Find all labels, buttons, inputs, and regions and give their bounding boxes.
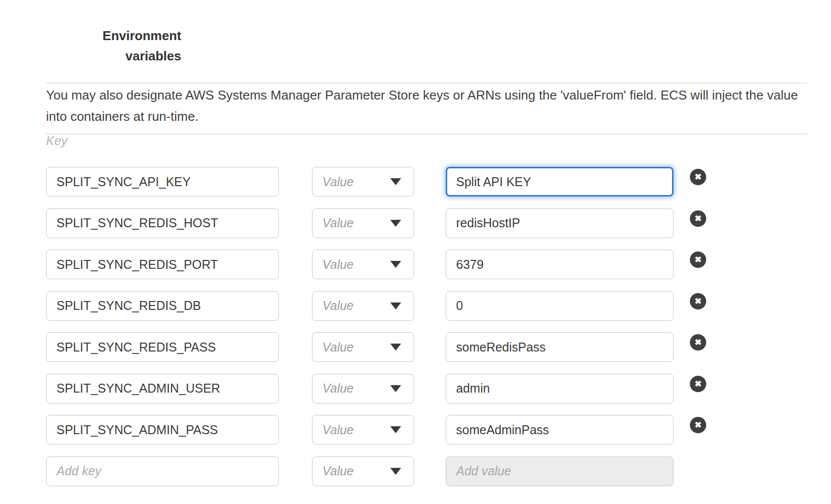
remove-row-button[interactable]: ✖ xyxy=(690,169,706,185)
env-var-row: Value ✖ xyxy=(46,291,706,321)
env-type-selected-value: Value xyxy=(322,175,354,189)
caret-down-icon xyxy=(390,220,401,227)
env-type-select[interactable]: Value xyxy=(312,208,414,238)
circled-x-icon: ✖ xyxy=(694,338,701,347)
circled-x-icon: ✖ xyxy=(694,421,701,429)
env-type-select[interactable]: Value xyxy=(312,291,414,321)
caret-down-icon xyxy=(390,178,401,185)
caret-down-icon xyxy=(390,385,401,392)
env-var-row: Value ✖ xyxy=(46,167,706,197)
env-value-input[interactable] xyxy=(446,374,674,403)
env-type-select[interactable]: Value xyxy=(312,415,414,445)
env-type-select[interactable]: Value xyxy=(312,374,414,403)
top-divider xyxy=(46,83,807,83)
env-type-select[interactable]: Value xyxy=(312,332,414,362)
env-type-selected-value: Value xyxy=(322,299,354,313)
env-key-input[interactable] xyxy=(46,291,279,321)
env-type-select[interactable]: Value xyxy=(312,456,414,486)
env-value-input[interactable] xyxy=(446,250,674,279)
circled-x-icon: ✖ xyxy=(694,380,701,388)
env-value-input[interactable] xyxy=(446,167,674,197)
mid-divider xyxy=(46,134,807,134)
caret-down-icon xyxy=(390,426,401,433)
env-var-row: Value xyxy=(46,456,706,486)
circled-x-icon: ✖ xyxy=(694,173,701,181)
remove-row-button[interactable]: ✖ xyxy=(690,210,706,227)
env-var-rows: Value ✖ Value ✖ Value ✖ Value xyxy=(46,167,706,498)
remove-row-button[interactable]: ✖ xyxy=(690,293,706,309)
valuefrom-description-text: You may also designate AWS Systems Manag… xyxy=(46,85,807,127)
env-type-selected-value: Value xyxy=(322,216,354,230)
env-value-input[interactable] xyxy=(446,415,674,445)
remove-row-button[interactable]: ✖ xyxy=(690,334,706,351)
circled-x-icon: ✖ xyxy=(694,255,701,264)
env-key-input[interactable] xyxy=(46,374,279,403)
caret-down-icon xyxy=(390,344,401,351)
env-key-input[interactable] xyxy=(46,208,279,238)
caret-down-icon xyxy=(390,302,401,309)
remove-row-button[interactable]: ✖ xyxy=(690,376,706,392)
env-value-input[interactable] xyxy=(446,208,674,238)
env-key-input[interactable] xyxy=(46,250,279,279)
key-column-label: Key xyxy=(46,134,67,148)
circled-x-icon: ✖ xyxy=(694,214,701,223)
env-var-row: Value ✖ xyxy=(46,332,706,362)
env-type-selected-value: Value xyxy=(322,340,354,354)
env-key-input[interactable] xyxy=(46,167,279,197)
caret-down-icon xyxy=(390,261,401,268)
env-type-selected-value: Value xyxy=(322,464,354,478)
env-key-input[interactable] xyxy=(46,415,279,445)
env-type-select[interactable]: Value xyxy=(312,167,414,197)
env-var-row: Value ✖ xyxy=(46,250,706,279)
env-type-selected-value: Value xyxy=(322,381,354,396)
caret-down-icon xyxy=(390,468,401,475)
env-var-row: Value ✖ xyxy=(46,415,706,445)
circled-x-icon: ✖ xyxy=(694,297,701,305)
remove-row-button[interactable]: ✖ xyxy=(690,252,706,268)
env-key-input[interactable] xyxy=(46,456,279,486)
env-var-row: Value ✖ xyxy=(46,208,706,238)
environment-variables-section: Environment variables You may also desig… xyxy=(0,0,831,504)
env-type-select[interactable]: Value xyxy=(312,250,414,279)
section-label-environment-variables: Environment variables xyxy=(46,26,181,66)
env-var-row: Value ✖ xyxy=(46,374,706,403)
env-value-input[interactable] xyxy=(446,456,674,486)
remove-row-button[interactable]: ✖ xyxy=(690,417,706,433)
env-type-selected-value: Value xyxy=(322,423,354,437)
env-value-input[interactable] xyxy=(446,291,674,321)
env-value-input[interactable] xyxy=(446,332,674,362)
env-key-input[interactable] xyxy=(46,332,279,362)
env-type-selected-value: Value xyxy=(322,257,354,272)
